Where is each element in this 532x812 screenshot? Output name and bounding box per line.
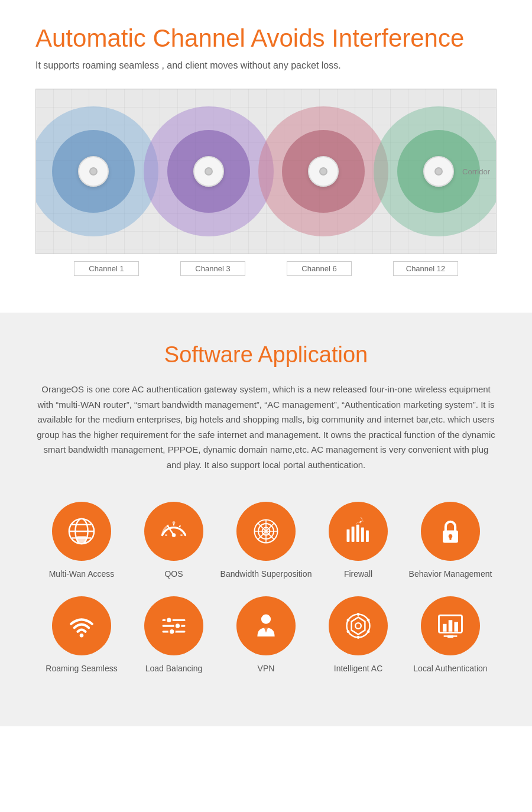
svg-rect-51 [449, 621, 453, 632]
feature-load-balancing: Load Balancing [128, 596, 220, 673]
svg-point-14 [173, 521, 176, 524]
feature-firewall: Firewall [312, 502, 404, 579]
svg-point-34 [166, 618, 172, 623]
svg-marker-39 [352, 618, 365, 635]
channel-3-label: Channel 3 [180, 261, 245, 276]
person-icon [251, 610, 281, 641]
feature-multi-wan: Multi-Wan Access [35, 502, 128, 579]
chart-icon [435, 610, 466, 641]
lock-icon [435, 516, 466, 547]
feature-qos: QOS [128, 502, 220, 579]
svg-rect-6 [79, 543, 84, 544]
corridor-label: Corridor [462, 167, 490, 176]
firewall-icon-circle [329, 502, 388, 561]
globe-icon [66, 516, 97, 547]
channel-12-label: Channel 12 [393, 261, 458, 276]
svg-point-37 [261, 615, 271, 624]
ap-device-12 [423, 156, 454, 187]
svg-rect-50 [443, 624, 447, 632]
svg-point-45 [347, 631, 350, 634]
svg-point-43 [347, 619, 350, 622]
behavior-icon-circle [421, 502, 480, 561]
load-balancing-icon-circle [144, 596, 203, 655]
channel-3-group [151, 89, 267, 254]
svg-line-13 [179, 526, 180, 527]
svg-point-40 [355, 623, 361, 629]
feature-local-auth: Local Authentication [404, 596, 497, 673]
svg-rect-25 [361, 528, 364, 542]
svg-point-35 [175, 623, 181, 629]
intelligent-ac-icon-circle [329, 596, 388, 655]
channel-subtitle: It supports roaming seamless , and clien… [35, 60, 497, 71]
load-balancing-label: Load Balancing [145, 664, 203, 673]
software-description: OrangeOS is one core AC authentication g… [35, 382, 497, 472]
intelligent-ac-label: Intelligent AC [334, 664, 383, 673]
svg-rect-52 [455, 622, 459, 632]
local-auth-icon-circle [421, 596, 480, 655]
feature-behavior: Behavior Management [404, 502, 497, 579]
speedometer-icon [158, 516, 189, 547]
svg-rect-29 [449, 537, 451, 540]
local-auth-label: Local Authentication [413, 664, 487, 673]
svg-rect-26 [366, 531, 369, 543]
ap-device-3 [193, 156, 224, 187]
channel-6-label: Channel 6 [287, 261, 352, 276]
channel-labels: Channel 1 Channel 3 Channel 6 Channel 12 [35, 254, 497, 283]
svg-point-30 [80, 634, 84, 638]
spider-icon [251, 516, 281, 547]
vpn-label: VPN [258, 664, 275, 673]
feature-vpn: VPN [220, 596, 312, 673]
channel-diagram: Corridor [35, 89, 497, 254]
feature-intelligent-ac: Intelligent AC [312, 596, 404, 673]
features-row-1: Multi-Wan Access QOS [35, 502, 497, 579]
svg-rect-49 [444, 636, 458, 637]
multi-wan-label: Multi-Wan Access [49, 569, 115, 579]
svg-rect-24 [356, 525, 359, 542]
bandwidth-label: Bandwidth Superposition [220, 569, 312, 579]
bandwidth-icon-circle [236, 502, 296, 561]
channel-6-group [266, 89, 381, 254]
qos-label: QOS [164, 569, 183, 579]
svg-point-46 [367, 631, 370, 634]
software-title: Software Application [35, 342, 497, 368]
multi-wan-icon-circle [52, 502, 111, 561]
behavior-label: Behavior Management [409, 569, 492, 579]
svg-point-42 [357, 636, 360, 639]
roaming-icon-circle [52, 596, 111, 655]
fire-icon [343, 516, 374, 547]
hexagon-icon [343, 610, 374, 641]
svg-rect-5 [77, 537, 86, 543]
features-row-2: Roaming Seamless Load Balancing [35, 596, 497, 673]
channel-1-group [36, 89, 151, 254]
section-channel: Automatic Channel Avoids Interference It… [0, 0, 532, 301]
wifi-icon [66, 610, 97, 641]
vpn-icon-circle [236, 596, 296, 655]
svg-rect-22 [347, 530, 350, 542]
section-software: Software Application OrangeOS is one cor… [0, 313, 532, 726]
feature-roaming: Roaming Seamless [35, 596, 128, 673]
svg-rect-23 [352, 527, 355, 542]
qos-icon-circle [144, 502, 203, 561]
channel-1-label: Channel 1 [74, 261, 139, 276]
svg-point-36 [169, 629, 175, 635]
feature-bandwidth: Bandwidth Superposition [220, 502, 312, 579]
svg-point-41 [357, 613, 360, 616]
svg-point-44 [367, 619, 370, 622]
sliders-icon [158, 610, 189, 641]
roaming-label: Roaming Seamless [46, 664, 117, 673]
firewall-label: Firewall [344, 569, 372, 579]
channel-title: Automatic Channel Avoids Interference [35, 24, 497, 53]
